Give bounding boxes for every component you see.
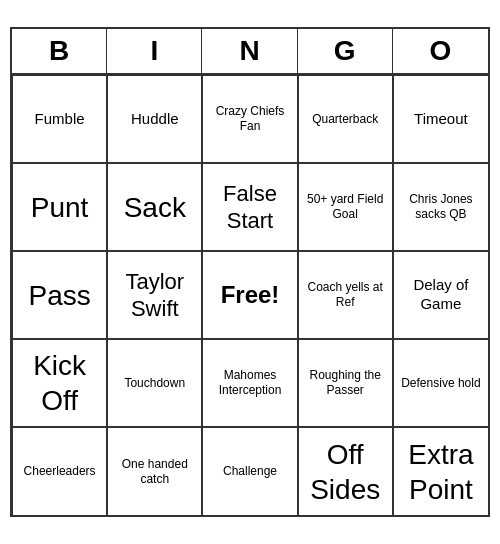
- header-letter: G: [298, 29, 393, 73]
- cell-text: Taylor Swift: [112, 268, 197, 323]
- cell-text: Quarterback: [312, 112, 378, 127]
- bingo-cell: Chris Jones sacks QB: [393, 163, 488, 251]
- cell-text: Mahomes Interception: [207, 368, 292, 398]
- cell-text: Sack: [124, 190, 186, 225]
- bingo-cell: Quarterback: [298, 75, 393, 163]
- bingo-cell: Challenge: [202, 427, 297, 515]
- cell-text: Free!: [221, 280, 280, 310]
- cell-text: False Start: [207, 180, 292, 235]
- cell-text: Off Sides: [303, 437, 388, 507]
- cell-text: Timeout: [414, 110, 468, 129]
- bingo-cell: Kick Off: [12, 339, 107, 427]
- bingo-cell: One handed catch: [107, 427, 202, 515]
- cell-text: Fumble: [35, 110, 85, 129]
- header-letter: B: [12, 29, 107, 73]
- cell-text: One handed catch: [112, 457, 197, 487]
- bingo-cell: 50+ yard Field Goal: [298, 163, 393, 251]
- bingo-cell: Pass: [12, 251, 107, 339]
- cell-text: Extra Point: [398, 437, 484, 507]
- bingo-cell: Crazy Chiefs Fan: [202, 75, 297, 163]
- cell-text: Pass: [28, 278, 90, 313]
- cell-text: Roughing the Passer: [303, 368, 388, 398]
- cell-text: Touchdown: [124, 376, 185, 391]
- cell-text: Cheerleaders: [24, 464, 96, 479]
- bingo-cell: Sack: [107, 163, 202, 251]
- bingo-cell: Fumble: [12, 75, 107, 163]
- bingo-header: BINGO: [12, 29, 488, 75]
- cell-text: Defensive hold: [401, 376, 480, 391]
- bingo-cell: Touchdown: [107, 339, 202, 427]
- bingo-cell: Taylor Swift: [107, 251, 202, 339]
- bingo-card: BINGO FumbleHuddleCrazy Chiefs FanQuarte…: [10, 27, 490, 517]
- bingo-cell: Defensive hold: [393, 339, 488, 427]
- bingo-cell: Huddle: [107, 75, 202, 163]
- bingo-cell: Punt: [12, 163, 107, 251]
- cell-text: Coach yells at Ref: [303, 280, 388, 310]
- bingo-cell: Timeout: [393, 75, 488, 163]
- header-letter: N: [202, 29, 297, 73]
- bingo-grid: FumbleHuddleCrazy Chiefs FanQuarterbackT…: [12, 75, 488, 515]
- bingo-cell: Delay of Game: [393, 251, 488, 339]
- bingo-cell: Off Sides: [298, 427, 393, 515]
- cell-text: Challenge: [223, 464, 277, 479]
- cell-text: Punt: [31, 190, 89, 225]
- bingo-cell: Mahomes Interception: [202, 339, 297, 427]
- cell-text: 50+ yard Field Goal: [303, 192, 388, 222]
- cell-text: Delay of Game: [398, 276, 484, 314]
- cell-text: Chris Jones sacks QB: [398, 192, 484, 222]
- bingo-cell: Extra Point: [393, 427, 488, 515]
- bingo-cell: Coach yells at Ref: [298, 251, 393, 339]
- bingo-cell: Free!: [202, 251, 297, 339]
- header-letter: I: [107, 29, 202, 73]
- bingo-cell: False Start: [202, 163, 297, 251]
- bingo-cell: Roughing the Passer: [298, 339, 393, 427]
- cell-text: Kick Off: [17, 348, 102, 418]
- header-letter: O: [393, 29, 488, 73]
- bingo-cell: Cheerleaders: [12, 427, 107, 515]
- cell-text: Crazy Chiefs Fan: [207, 104, 292, 134]
- cell-text: Huddle: [131, 110, 179, 129]
